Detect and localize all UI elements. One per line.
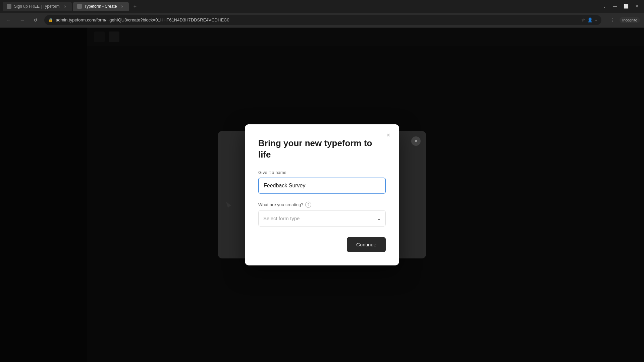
tab-bar: Sign up FREE | Typeform ✕ Typeform - Cre…	[0, 0, 644, 13]
dialog-footer: Continue	[258, 237, 386, 252]
forward-button[interactable]: →	[17, 15, 27, 25]
type-field-label-row: What are you creating? ?	[258, 201, 386, 207]
tab-list-icon[interactable]: ⌄	[600, 3, 609, 10]
type-field-label: What are you creating?	[258, 202, 303, 207]
tab-1[interactable]: Sign up FREE | Typeform ✕	[3, 2, 72, 11]
url-bar[interactable]: 🔒 admin.typeform.com/form/HgehIQU8/creat…	[44, 15, 601, 25]
continue-button[interactable]: Continue	[347, 237, 386, 252]
bookmark-icon[interactable]: ☆	[581, 17, 585, 22]
tab-1-label: Sign up FREE | Typeform	[14, 4, 60, 9]
name-field-label: Give it a name	[258, 170, 386, 175]
extension-icon[interactable]: ⬦	[595, 17, 597, 22]
outer-card-close-button[interactable]: ×	[411, 136, 421, 146]
tab-2-label: Typeform - Create	[85, 4, 117, 9]
lock-icon: 🔒	[48, 18, 53, 22]
tab-1-close[interactable]: ✕	[62, 4, 68, 9]
help-icon[interactable]: ?	[305, 201, 311, 207]
form-type-select-wrapper: Select form typeSurveyQuizPollFormLead g…	[258, 210, 386, 226]
tab-2[interactable]: Typeform - Create ✕	[73, 2, 129, 11]
minimize-button[interactable]: —	[610, 3, 620, 10]
back-button[interactable]: ←	[4, 15, 13, 25]
tab-2-icon	[77, 4, 82, 9]
dialog: × Bring your new typeform to life Give i…	[245, 124, 399, 265]
url-text: admin.typeform.com/form/HgehIQU8/create?…	[56, 17, 579, 22]
url-icons: ☆ 👤 ⬦	[581, 17, 597, 22]
profile-icon[interactable]: 👤	[587, 17, 593, 22]
reload-button[interactable]: ↺	[31, 15, 40, 25]
new-tab-button[interactable]: +	[130, 2, 140, 11]
address-bar: ← → ↺ 🔒 admin.typeform.com/form/HgehIQU8…	[0, 13, 644, 27]
maximize-button[interactable]: ⬜	[621, 3, 631, 10]
form-type-select[interactable]: Select form typeSurveyQuizPollFormLead g…	[258, 210, 386, 226]
tab-1-icon	[7, 4, 11, 9]
browser-actions: ⋮ Incognito	[608, 15, 640, 25]
browser-chrome: Sign up FREE | Typeform ✕ Typeform - Cre…	[0, 0, 644, 27]
dialog-title: Bring your new typeform to life	[258, 138, 386, 161]
dialog-close-button[interactable]: ×	[383, 130, 394, 140]
tab-2-close[interactable]: ✕	[119, 4, 125, 9]
extension-button[interactable]: ⋮	[608, 15, 618, 25]
name-input[interactable]	[258, 177, 386, 193]
incognito-badge: Incognito	[620, 17, 640, 23]
page-content: × × Bring your new typeform to life Give…	[0, 27, 644, 362]
tab-controls: ⌄ — ⬜ ✕	[600, 3, 641, 10]
close-window-button[interactable]: ✕	[633, 3, 641, 10]
